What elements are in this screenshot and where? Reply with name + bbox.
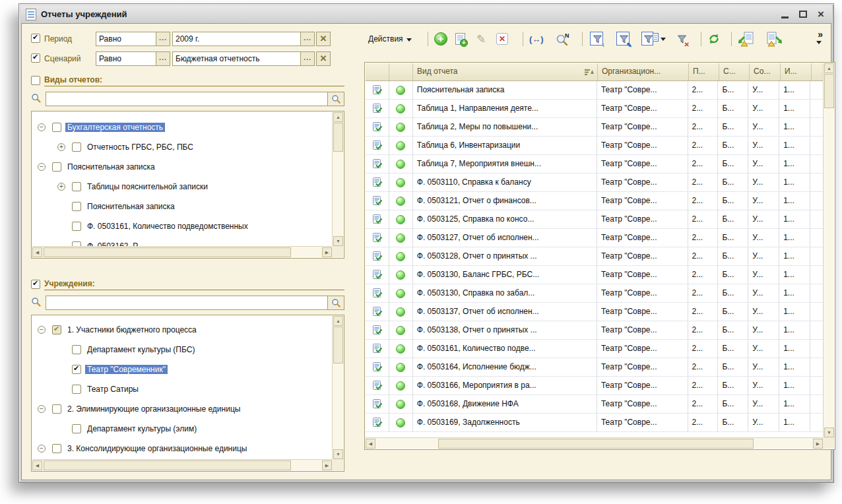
scroll-up-button[interactable]: ▲ <box>824 63 834 73</box>
refresh-button[interactable] <box>707 30 721 47</box>
scroll-thumb[interactable] <box>824 74 834 108</box>
table-row[interactable]: Ф. 0503121, Отчет о финансов...Театр "Со… <box>366 192 823 210</box>
scroll-down-button[interactable]: ▼ <box>333 236 343 246</box>
scenario-checkbox[interactable] <box>31 53 40 63</box>
tree-checkbox[interactable] <box>72 142 81 152</box>
add-copy-button[interactable]: + <box>455 30 465 47</box>
scroll-right-button[interactable]: ▶ <box>322 460 332 470</box>
collapse-icon[interactable]: − <box>38 163 46 171</box>
column-header-name[interactable]: Вид отчета <box>413 63 598 80</box>
column-header-status[interactable] <box>389 63 413 80</box>
toolbar-dropdown-button[interactable] <box>816 41 822 44</box>
scroll-left-button[interactable]: ◀ <box>32 460 42 470</box>
maximize-button[interactable] <box>799 11 807 18</box>
table-row[interactable]: Ф. 0503161, Количество подве...Театр "Со… <box>366 340 823 358</box>
tree-item[interactable]: Ф. 0503161, Количество подведомственных <box>32 216 332 236</box>
column-header-org[interactable]: Организацион... <box>598 63 689 80</box>
table-row[interactable]: Таблица 2, Меры по повышени...Театр "Сов… <box>366 118 823 137</box>
scroll-up-button[interactable]: ▲ <box>333 112 343 122</box>
scroll-thumb[interactable] <box>333 327 343 363</box>
scroll-thumb[interactable] <box>438 439 754 449</box>
set-period-button[interactable]: (↔) <box>529 30 544 47</box>
column-header-s[interactable]: С... <box>719 63 750 80</box>
tree-item[interactable]: Департамент культуры (элим) <box>32 419 332 439</box>
tree-checkbox[interactable] <box>72 202 81 211</box>
tree-checkbox[interactable] <box>52 123 61 132</box>
configure-filter-button[interactable]: ↓ <box>589 30 606 47</box>
horizontal-scrollbar[interactable]: ◀ ▶ <box>32 459 332 470</box>
tree-item-label[interactable]: Пояснительная записка <box>85 202 177 211</box>
report-types-search-input[interactable] <box>46 92 328 106</box>
filter-history-button[interactable] <box>641 30 666 47</box>
tree-item[interactable]: −1. Участники бюджетного процесса <box>32 320 332 340</box>
table-row[interactable]: Пояснительная запискаТеатр "Совре...2...… <box>366 81 823 100</box>
scroll-left-button[interactable]: ◀ <box>32 247 42 257</box>
tree-checkbox[interactable] <box>52 162 61 172</box>
title-bar[interactable]: Отчеты учреждений × <box>20 5 832 23</box>
tree-checkbox[interactable] <box>52 325 61 334</box>
edit-button[interactable]: ✎ <box>476 30 486 47</box>
tree-item[interactable]: Театр "Современник" <box>32 360 332 379</box>
scroll-thumb[interactable] <box>44 247 291 257</box>
tree-item-label[interactable]: Таблицы пояснительной записки <box>85 182 210 191</box>
scroll-left-button[interactable]: ◀ <box>366 439 375 449</box>
period-clear-button[interactable]: ✕ <box>316 32 331 46</box>
add-button[interactable]: + <box>434 30 447 47</box>
period-value-field[interactable]: 2009 г. <box>172 32 301 46</box>
scenario-comparison-ellipsis-button[interactable]: ... <box>156 51 170 66</box>
clear-filter-button[interactable]: ✕ <box>673 30 690 47</box>
tree-item[interactable]: Пояснительная записка <box>32 197 332 216</box>
column-header-so[interactable]: Со... <box>750 63 781 80</box>
institutions-search-button[interactable] <box>327 296 344 310</box>
tree-checkbox[interactable] <box>72 365 81 374</box>
report-types-search-button[interactable] <box>327 92 344 106</box>
more-buttons-chevron[interactable]: » <box>818 29 823 40</box>
horizontal-scrollbar[interactable]: ◀ ▶ <box>366 437 823 449</box>
collapse-icon[interactable]: − <box>38 405 46 413</box>
filter-by-value-button[interactable]: ✎ <box>615 30 632 47</box>
table-row[interactable]: Таблица 7, Мероприятия внешн...Театр "Со… <box>366 155 823 173</box>
tree-item[interactable]: +Таблицы пояснительной записки <box>32 177 332 197</box>
vertical-scrollbar[interactable]: ▲ ▼ <box>332 112 343 246</box>
table-row[interactable]: Ф. 0503164, Исполнение бюдж...Театр "Сов… <box>366 358 823 377</box>
period-checkbox[interactable] <box>31 34 40 43</box>
institutions-checkbox[interactable] <box>31 280 40 289</box>
tree-item-label[interactable]: Ф. 0503161, Количество подведомственных <box>85 222 250 231</box>
scenario-clear-button[interactable]: ✕ <box>316 51 331 66</box>
scroll-up-button[interactable]: ▲ <box>333 316 343 326</box>
tree-checkbox[interactable] <box>72 182 81 191</box>
table-row[interactable]: Ф. 0503130, Справка по забал...Театр "Со… <box>366 284 823 303</box>
tree-item-label[interactable]: Бухгалтерская отчетность <box>65 123 165 132</box>
institutions-search-input[interactable] <box>46 296 328 310</box>
table-row[interactable]: Ф. 0503128, Отчет о принятых ...Театр "С… <box>366 247 823 266</box>
table-row[interactable]: Таблица 6, ИнвентаризацииТеатр "Совре...… <box>366 137 823 155</box>
tree-item[interactable]: +Отчетность ГРБС, РБС, ПБС <box>32 137 332 157</box>
period-value-ellipsis-button[interactable]: ... <box>300 32 315 46</box>
table-row[interactable]: Ф. 0503169, ЗадолженностьТеатр "Совре...… <box>366 414 823 432</box>
scroll-right-button[interactable]: ▶ <box>322 247 332 257</box>
tree-checkbox[interactable] <box>72 424 81 433</box>
table-row[interactable]: Ф. 0503166, Мероприятия в ра...Театр "Со… <box>366 377 823 395</box>
scenario-value-ellipsis-button[interactable]: ... <box>300 51 315 66</box>
column-header-i[interactable]: И... <box>781 63 812 80</box>
tree-checkbox[interactable] <box>52 404 61 414</box>
tree-item-label[interactable]: 2. Элиминирующие организационные единицы <box>65 404 242 414</box>
tree-item[interactable]: −2. Элиминирующие организационные единиц… <box>32 399 332 419</box>
table-row[interactable]: Ф. 0503127, Отчет об исполнен...Театр "С… <box>366 229 823 247</box>
scenario-value-field[interactable]: Бюджетная отчетность <box>172 51 301 66</box>
minimize-button[interactable] <box>781 16 789 18</box>
tree-item-label[interactable]: 3. Консолидирующие организационные едини… <box>65 444 249 453</box>
period-comparison-select[interactable]: Равно <box>96 32 156 46</box>
actions-menu-button[interactable]: Действия <box>368 30 412 47</box>
tree-checkbox[interactable] <box>72 241 81 246</box>
tree-item-label[interactable]: Театр "Современник" <box>85 365 168 374</box>
scroll-down-button[interactable]: ▼ <box>824 427 834 437</box>
scroll-down-button[interactable]: ▼ <box>333 449 343 459</box>
report-types-checkbox[interactable] <box>31 76 40 85</box>
delete-button[interactable]: ✕ <box>496 30 508 47</box>
tree-item[interactable]: −Пояснительная записка <box>32 157 332 177</box>
tree-checkbox[interactable] <box>52 444 61 453</box>
column-header-icon[interactable] <box>366 63 389 80</box>
table-row[interactable]: Ф. 0503125, Справка по консо...Театр "Со… <box>366 210 823 229</box>
tree-item-label[interactable]: Театр Сатиры <box>85 385 141 394</box>
